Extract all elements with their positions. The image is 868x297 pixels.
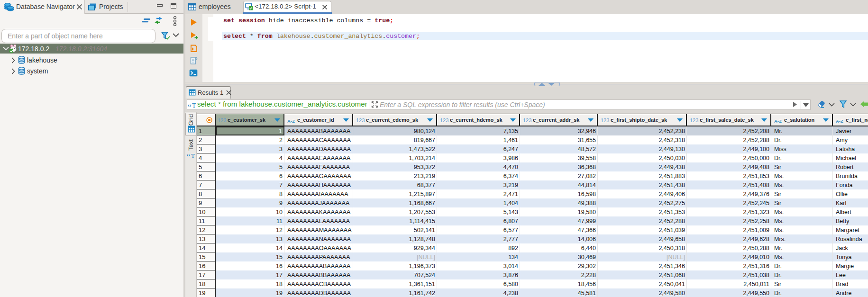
svg-text:‹›: ‹› bbox=[188, 102, 192, 108]
svg-text:T: T bbox=[192, 102, 196, 109]
svg-text:‹›: ‹› bbox=[187, 153, 190, 158]
svg-text:T: T bbox=[191, 152, 195, 159]
